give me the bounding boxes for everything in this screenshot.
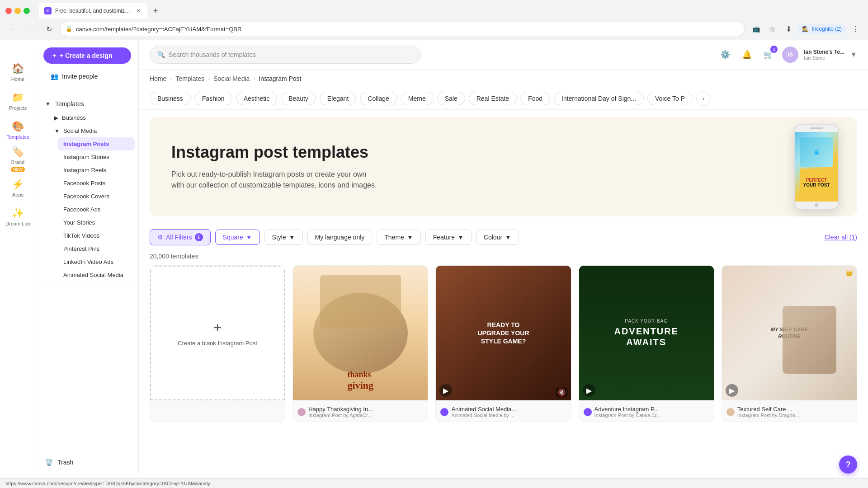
plus-icon: + xyxy=(52,52,56,59)
tag-sale[interactable]: Sale xyxy=(437,92,465,105)
breadcrumb-home[interactable]: Home xyxy=(150,75,166,82)
sidebar-item-social-media[interactable]: ▼ Social Media xyxy=(49,124,135,137)
hero-title: Instagram post templates xyxy=(171,143,377,162)
reload-button[interactable]: ↻ xyxy=(42,22,56,36)
search-bar[interactable]: 🔍 Search thousands of templates xyxy=(150,46,421,64)
sidebar-item-apps[interactable]: ⚡ Apps xyxy=(2,174,34,202)
user-info[interactable]: Ian Stone's Te... Ian Stone xyxy=(804,49,844,61)
sidebar-item-pinterest-pins[interactable]: Pinterest Pins xyxy=(58,242,135,255)
style-chevron-icon: ▼ xyxy=(289,234,295,241)
user-dropdown-icon[interactable]: ▼ xyxy=(850,51,857,59)
user-avatar[interactable]: IS xyxy=(782,47,798,63)
breadcrumb-social-media[interactable]: Social Media xyxy=(213,75,250,82)
cart-container: 🛒 1 xyxy=(760,47,777,63)
adventure-template-card[interactable]: PACK YOUR BAG ADVENTUREAWAITS ▶ Adventur… xyxy=(579,265,714,422)
adventure-author: Instagram Post by Canva Cr... xyxy=(594,413,661,418)
animated-social-author: Animated Social Media by ... xyxy=(451,413,516,418)
back-button[interactable]: ← xyxy=(5,22,20,36)
address-bar[interactable]: 🔒 canva.com/templates/?category=tACFajEY… xyxy=(60,22,745,36)
sidebar-item-tiktok-videos[interactable]: TikTok Videos xyxy=(58,229,135,242)
tag-real-estate[interactable]: Real Estate xyxy=(469,92,517,105)
colour-filter-button[interactable]: Colour ▼ xyxy=(476,230,519,245)
square-filter-button[interactable]: Square ▼ xyxy=(215,230,260,245)
theme-filter-button[interactable]: Theme ▼ xyxy=(377,230,420,245)
dreamlab-label: Dream Lab xyxy=(5,221,30,226)
tag-intl-day[interactable]: International Day of Sign... xyxy=(554,92,644,105)
tag-business[interactable]: Business xyxy=(150,92,191,105)
tag-food[interactable]: Food xyxy=(520,92,550,105)
sidebar-item-projects[interactable]: 📁 Projects xyxy=(2,88,34,115)
sidebar-item-templates[interactable]: ▼ Templates xyxy=(40,97,135,111)
selfcare-title: Textured Self Care ... xyxy=(737,406,799,413)
notifications-button[interactable]: 🔔 xyxy=(739,47,755,63)
tab-close-button[interactable]: ✕ xyxy=(135,7,142,14)
feature-label: Feature xyxy=(433,234,455,241)
cast-icon[interactable]: 📺 xyxy=(749,22,763,36)
breadcrumb-sep-3: › xyxy=(253,75,255,82)
tag-voice-to-p[interactable]: Voice To P xyxy=(647,92,693,105)
sidebar-item-templates-icon[interactable]: 🎨 Templates xyxy=(2,117,34,144)
your-stories-label: Your Stories xyxy=(63,219,95,226)
language-filter-button[interactable]: My language only xyxy=(307,230,373,245)
profile-pill[interactable]: 🕵️ Incognito (2) xyxy=(797,24,846,34)
sidebar-item-dreamlab[interactable]: ✨ Dream Lab xyxy=(2,203,34,230)
active-tab[interactable]: C Free, beautiful, and customizab... ✕ xyxy=(39,3,147,19)
sidebar-item-home[interactable]: 🏠 Home xyxy=(2,59,34,86)
sidebar-item-facebook-covers[interactable]: Facebook Covers xyxy=(58,190,135,203)
facebook-covers-label: Facebook Covers xyxy=(63,193,109,200)
chevron-down-sm-icon: ▼ xyxy=(54,128,60,134)
forward-button[interactable]: → xyxy=(24,22,38,36)
tags-scroll-right-button[interactable]: › xyxy=(696,91,711,106)
thanksgiving-author-avatar xyxy=(297,408,306,416)
address-url: canva.com/templates/?category=tACFajEYUA… xyxy=(76,26,739,33)
sidebar-item-business[interactable]: ▶ Business xyxy=(49,111,135,124)
all-filters-button[interactable]: ⚙ All Filters 1 xyxy=(150,229,211,245)
new-tab-button[interactable]: + xyxy=(149,5,162,17)
trash-label: Trash xyxy=(57,459,73,466)
status-url: https://www.canva.com/design?create&type… xyxy=(5,481,214,486)
hero-section: Instagram post templates Pick out ready-… xyxy=(150,117,857,216)
thanksgiving-template-card[interactable]: thanksgiving Happy Thanksgiving In... In… xyxy=(292,265,428,422)
sidebar-item-facebook-ads[interactable]: Facebook Ads xyxy=(58,203,135,216)
blank-template-card[interactable]: + Create a blank Instagram Post xyxy=(150,265,285,422)
count-text: 20,000 templates xyxy=(150,253,198,260)
invite-label: Invite people xyxy=(62,73,98,80)
help-button[interactable]: ? xyxy=(839,455,857,474)
tag-elegant[interactable]: Elegant xyxy=(320,92,356,105)
clear-all-button[interactable]: Clear all (1) xyxy=(825,234,857,241)
chevron-down-icon: ▼ xyxy=(45,101,51,107)
templates-count: 20,000 templates xyxy=(139,251,868,265)
create-design-button[interactable]: + + Create a design xyxy=(43,47,131,64)
sidebar-icon-nav: 🏠 Home 📁 Projects 🎨 Templates 🏷️ Brand N… xyxy=(0,55,36,488)
sidebar-item-trash[interactable]: 🗑️ Trash xyxy=(36,455,138,469)
sidebar-item-instagram-reels[interactable]: Instagram Reels xyxy=(58,164,135,177)
sidebar-item-brand[interactable]: 🏷️ Brand NEW xyxy=(2,145,34,173)
colour-label: Colour xyxy=(484,234,502,241)
browser-actions: 📺 ☆ ⬇ 🕵️ Incognito (2) ⋮ xyxy=(749,22,863,36)
tag-beauty[interactable]: Beauty xyxy=(281,92,316,105)
theme-chevron-icon: ▼ xyxy=(407,234,413,241)
settings-button[interactable]: ⚙️ xyxy=(717,47,733,63)
menu-button[interactable]: ⋮ xyxy=(848,22,863,36)
tag-aesthetic[interactable]: Aesthetic xyxy=(236,92,278,105)
style-filter-button[interactable]: Style ▼ xyxy=(264,230,303,245)
animated-social-template-card[interactable]: READY TOUPGRADE YOURSTYLE GAME? ▶ 🔇 Anim… xyxy=(435,265,571,422)
sidebar-item-linkedin-video-ads[interactable]: LinkedIn Video Ads xyxy=(58,255,135,268)
sidebar-item-instagram-stories[interactable]: Instagram Stories xyxy=(58,150,135,164)
download-icon[interactable]: ⬇ xyxy=(781,22,796,36)
tag-collage[interactable]: Collage xyxy=(360,92,396,105)
sidebar-item-instagram-posts[interactable]: Instagram Posts xyxy=(58,137,135,150)
sidebar-item-animated-social[interactable]: Animated Social Media xyxy=(58,268,135,282)
feature-filter-button[interactable]: Feature ▼ xyxy=(425,230,472,245)
tag-fashion[interactable]: Fashion xyxy=(194,92,232,105)
blank-plus-icon: + xyxy=(213,319,222,336)
invite-people-button[interactable]: 👥 Invite people xyxy=(43,69,131,84)
sidebar-item-facebook-posts[interactable]: Facebook Posts xyxy=(58,177,135,190)
breadcrumb-templates[interactable]: Templates xyxy=(175,75,204,82)
breadcrumb-current: Instagram Post xyxy=(259,75,301,82)
tag-meme[interactable]: Meme xyxy=(401,92,434,105)
bookmark-icon[interactable]: ☆ xyxy=(765,22,779,36)
sidebar-item-your-stories[interactable]: Your Stories xyxy=(58,216,135,229)
apps-icon: ⚡ xyxy=(12,178,24,190)
selfcare-template-card[interactable]: MY SELF CAREROUTINE ▶ 👑 Textured Self Ca… xyxy=(722,265,857,422)
